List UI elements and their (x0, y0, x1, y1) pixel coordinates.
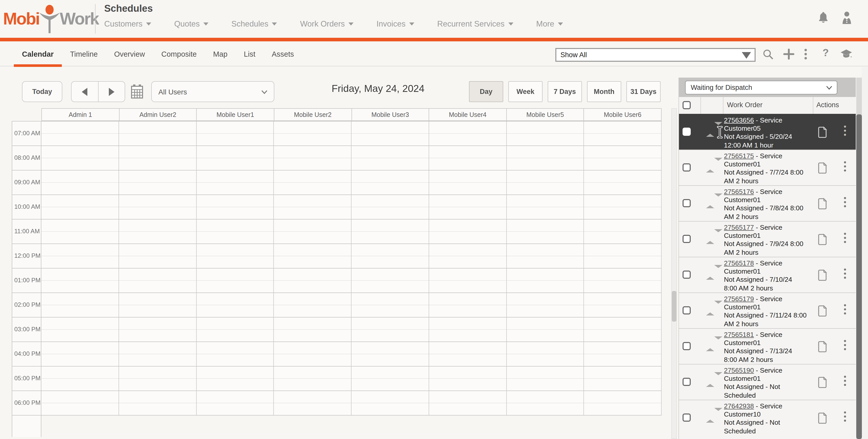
nav-invoices[interactable]: Invoices (376, 20, 414, 29)
work-order-link[interactable]: 27565181 (724, 331, 754, 338)
row-actions-menu-icon[interactable] (843, 376, 847, 388)
work-order-link[interactable]: 27565177 (724, 224, 754, 231)
calendar-scrollbar-thumb[interactable] (672, 291, 676, 322)
grid-column[interactable] (41, 121, 119, 415)
nav-schedules[interactable]: Schedules (231, 20, 277, 29)
row-checkbox[interactable] (683, 306, 691, 314)
document-icon[interactable] (818, 127, 827, 138)
row-checkbox[interactable] (683, 413, 691, 421)
row-actions-menu-icon[interactable] (843, 340, 847, 352)
select-all-checkbox[interactable] (683, 101, 691, 109)
drag-handle-icon[interactable] (706, 375, 719, 384)
work-order-link[interactable]: 27563656 (724, 116, 754, 124)
work-order-link[interactable]: 27565178 (724, 259, 754, 267)
work-order-row[interactable]: 27565175 - Service Customer01 Not Assign… (679, 149, 856, 185)
document-icon[interactable] (818, 305, 827, 316)
previous-day-button[interactable] (71, 82, 98, 102)
row-checkbox[interactable] (683, 271, 691, 279)
work-order-row[interactable]: 27565179 - Service Customer01 Not Assign… (679, 293, 856, 328)
document-icon[interactable] (818, 198, 827, 209)
drag-handle-icon[interactable] (706, 125, 719, 134)
grid-column[interactable] (196, 121, 274, 415)
row-checkbox[interactable] (683, 163, 691, 171)
panel-scrollbar-thumb[interactable] (856, 114, 862, 439)
drag-handle-icon[interactable] (706, 268, 719, 277)
row-actions-menu-icon[interactable] (843, 233, 847, 245)
document-icon[interactable] (818, 341, 827, 352)
dispatch-filter-select[interactable]: Waiting for Dispatch (685, 81, 837, 95)
calendar-scrollbar[interactable] (671, 108, 677, 439)
row-actions-menu-icon[interactable] (843, 411, 847, 424)
date-picker-icon[interactable] (131, 84, 144, 99)
row-actions-menu-icon[interactable] (843, 161, 847, 174)
nav-customers[interactable]: Customers (104, 20, 151, 29)
next-day-button[interactable] (98, 82, 125, 102)
search-icon[interactable] (762, 48, 774, 60)
nav-recurrent-services[interactable]: Recurrent Services (437, 20, 514, 29)
grid-column[interactable] (351, 121, 429, 415)
tab-composite[interactable]: Composite (153, 41, 205, 66)
work-order-link[interactable]: 27565179 (724, 295, 754, 303)
view-month-button[interactable]: Month (587, 81, 621, 102)
row-checkbox[interactable] (683, 235, 691, 243)
nav-work-orders[interactable]: Work Orders (300, 20, 353, 29)
tab-timeline[interactable]: Timeline (62, 41, 106, 66)
row-checkbox[interactable] (683, 128, 691, 136)
view-day-button[interactable]: Day (469, 81, 503, 102)
user-profile-icon[interactable] (840, 11, 854, 25)
tab-assets[interactable]: Assets (264, 41, 302, 66)
work-order-row-selected[interactable]: 27563656 - Service Customer05 Not Assign… (679, 114, 856, 149)
schedule-grid[interactable] (41, 121, 661, 415)
tab-map[interactable]: Map (205, 41, 236, 66)
document-icon[interactable] (818, 377, 827, 388)
view-week-button[interactable]: Week (508, 81, 542, 102)
notifications-bell-icon[interactable] (817, 11, 830, 25)
work-order-link[interactable]: 27565175 (724, 152, 754, 160)
work-order-row[interactable]: 27642938 - Service Customer10 Not Assign… (679, 400, 856, 435)
tab-list[interactable]: List (236, 41, 264, 66)
drag-handle-icon[interactable] (706, 411, 719, 420)
show-all-dropdown[interactable]: Show All (555, 48, 755, 62)
row-checkbox[interactable] (683, 199, 691, 207)
view-31days-button[interactable]: 31 Days (626, 81, 660, 102)
work-order-row[interactable]: 27565181 - Service Customer01 Not Assign… (679, 328, 856, 364)
more-options-icon[interactable] (804, 48, 808, 60)
training-cap-icon[interactable] (840, 48, 853, 60)
grid-column[interactable] (506, 121, 584, 415)
work-order-link[interactable]: 27642938 (724, 402, 754, 410)
grid-column[interactable] (584, 121, 662, 415)
grid-column[interactable] (429, 121, 507, 415)
work-order-link[interactable]: 27565190 (724, 367, 754, 374)
drag-handle-icon[interactable] (706, 197, 719, 206)
tab-calendar[interactable]: Calendar (14, 41, 62, 66)
mobiwork-logo[interactable]: Mobi Work (3, 4, 99, 34)
work-order-row[interactable]: 27565176 - Service Customer01 Not Assign… (679, 185, 856, 221)
tab-overview[interactable]: Overview (106, 41, 153, 66)
drag-handle-icon[interactable] (706, 304, 719, 313)
row-actions-menu-icon[interactable] (843, 269, 847, 281)
row-checkbox[interactable] (683, 342, 691, 350)
row-checkbox[interactable] (683, 378, 691, 386)
document-icon[interactable] (818, 234, 827, 245)
row-actions-menu-icon[interactable] (843, 197, 847, 209)
work-order-row[interactable]: 27565178 - Service Customer01 Not Assign… (679, 257, 856, 293)
drag-handle-icon[interactable] (706, 339, 719, 349)
grid-column[interactable] (119, 121, 197, 415)
document-icon[interactable] (818, 412, 827, 424)
help-icon[interactable]: ? (823, 47, 829, 59)
row-actions-menu-icon[interactable] (843, 304, 847, 316)
view-7days-button[interactable]: 7 Days (548, 81, 582, 102)
drag-handle-icon[interactable] (706, 232, 719, 241)
row-actions-menu-icon[interactable] (843, 126, 847, 138)
drag-handle-icon[interactable] (706, 161, 719, 170)
document-icon[interactable] (818, 162, 827, 174)
grid-column[interactable] (274, 121, 352, 415)
add-icon[interactable] (783, 48, 795, 60)
today-button[interactable]: Today (22, 81, 62, 102)
work-order-row[interactable]: 27565177 - Service Customer01 Not Assign… (679, 221, 856, 257)
nav-more[interactable]: More (536, 20, 563, 29)
nav-quotes[interactable]: Quotes (174, 20, 209, 29)
user-filter-select[interactable]: All Users (151, 81, 274, 102)
work-order-row[interactable]: 27565190 - Service Customer01 Not Assign… (679, 364, 856, 400)
work-order-link[interactable]: 27565176 (724, 188, 754, 196)
